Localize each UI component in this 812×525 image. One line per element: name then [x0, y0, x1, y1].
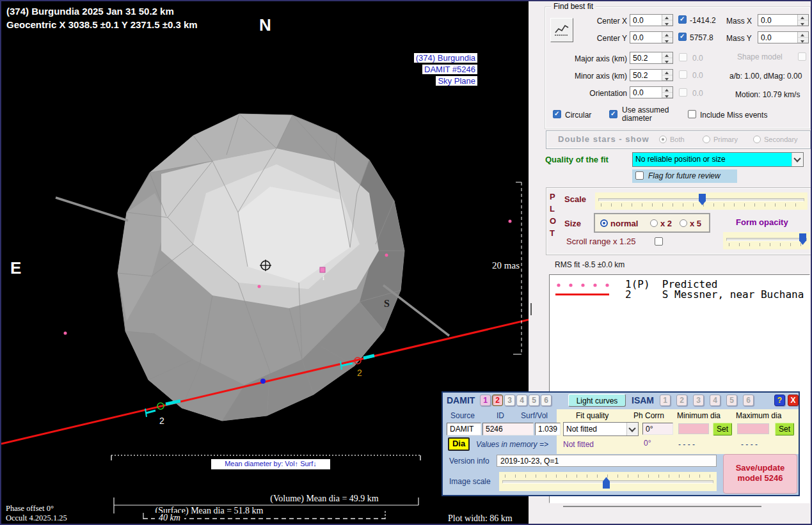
minor-axis-value: 50.2: [630, 70, 662, 81]
damit-panel: DAMIT 1 2 3 4 5 6 Light curves ISAM 1 2 …: [442, 391, 800, 496]
mass-y-label: Mass Y: [726, 34, 752, 43]
find-best-fit-title: Find best fit: [551, 2, 596, 11]
x-offset-checkbox[interactable]: [678, 15, 687, 24]
bottom-scrollbar[interactable]: [563, 506, 761, 507]
mean-diameter-by-label[interactable]: Mean diameter by: Vol↑ Surf↓: [211, 458, 331, 470]
fit-quality-value: Not fitted: [564, 423, 626, 435]
max-dia-set-button[interactable]: Set: [775, 423, 794, 435]
scale-slider[interactable]: [595, 192, 808, 210]
fit-chart-icon: [553, 20, 571, 38]
splitter-handle[interactable]: [530, 303, 532, 315]
mass-x-spinner[interactable]: 0.0: [758, 14, 809, 26]
center-x-spinner[interactable]: 0.0: [630, 14, 673, 26]
y-offset-checkbox[interactable]: [678, 33, 687, 41]
id-cell[interactable]: 5246: [482, 423, 534, 435]
quality-combo-arrow-icon[interactable]: [792, 153, 803, 166]
max-dia-swatch: [737, 423, 769, 434]
flag-review-checkbox[interactable]: [635, 171, 644, 180]
min-dia-set-button[interactable]: Set: [713, 423, 732, 435]
blue-dot-marker: [260, 379, 266, 384]
quality-combo[interactable]: No reliable position or size: [632, 152, 804, 167]
shape-model-label: Shape model: [737, 52, 783, 61]
version-info-field[interactable]: 2019-10-23, Q=1: [497, 455, 717, 467]
surfvol-header: Surf/Vol: [521, 411, 548, 420]
close-button[interactable]: X: [788, 395, 799, 406]
orientation-spinner[interactable]: 0.0: [630, 86, 673, 98]
size-x5-label: x 5: [690, 219, 701, 228]
app-version-label: Occult 4.2025.1.25: [6, 513, 67, 523]
scale-label: Scale: [564, 194, 586, 204]
ph-corrn-header: Ph Corrn: [633, 411, 664, 420]
center-x-value: 0.0: [630, 15, 662, 26]
minor-axis-arrows[interactable]: [662, 70, 673, 81]
help-button[interactable]: ?: [774, 395, 785, 406]
minor-axis-err-checkbox: [679, 70, 687, 79]
center-y-arrows[interactable]: [662, 32, 673, 43]
quality-label: Quality of the fit: [545, 155, 609, 164]
orientation-value: 0.0: [630, 87, 662, 98]
major-axis-spinner[interactable]: 50.2: [630, 52, 673, 64]
memory-max-value: - - - -: [741, 440, 758, 449]
double-stars-title: Double stars - show: [558, 134, 649, 144]
damit-title: DAMIT: [447, 395, 475, 405]
mass-y-spinner[interactable]: 0.0: [758, 31, 809, 43]
mas-scale-label: 20 mas: [489, 260, 520, 271]
light-curves-button[interactable]: Light curves: [568, 394, 626, 407]
major-axis-arrows[interactable]: [662, 52, 673, 63]
values-in-memory-label: Values in memory =>: [476, 440, 548, 449]
size-x2-radio[interactable]: [650, 219, 658, 227]
double-stars-secondary-radio: [753, 136, 761, 143]
damit-tab-5: 5: [529, 395, 539, 406]
isam-title: ISAM: [632, 395, 654, 405]
plot-width-label: Plot width: 86 km: [448, 513, 513, 524]
isam-tab-6: 6: [743, 395, 754, 406]
ph-corrn-cell[interactable]: 0°: [642, 423, 673, 435]
size-normal-radio[interactable]: [600, 219, 608, 227]
scroll-range-checkbox[interactable]: [655, 237, 663, 246]
size-x2-label: x 2: [660, 219, 672, 228]
form-opacity-slider[interactable]: [723, 232, 810, 249]
damit-tab-1[interactable]: 1: [480, 395, 491, 406]
include-miss-label: Include Miss events: [700, 111, 767, 120]
save-update-line2: model 5246: [724, 473, 797, 483]
isam-tab-3: 3: [693, 395, 704, 406]
minor-axis-spinner[interactable]: 50.2: [630, 69, 673, 81]
damit-tab-6: 6: [541, 395, 552, 406]
center-y-spinner[interactable]: 0.0: [630, 31, 673, 43]
fit-quality-combo-arrow-icon[interactable]: [626, 423, 638, 435]
plot-vertical-label: P L O T: [550, 192, 556, 238]
center-x-arrows[interactable]: [662, 15, 673, 26]
run-fit-button[interactable]: [550, 18, 573, 42]
isam-tab-5: 5: [726, 395, 737, 406]
occult-window: 2 2 S i (374) Burgundia 2025 Jan 31 50.2…: [0, 0, 812, 525]
major-axis-value: 50.2: [630, 52, 662, 63]
surfvol-cell: 1.039: [535, 423, 561, 435]
plot-letter-o: O: [550, 216, 556, 226]
image-scale-slider-thumb[interactable]: [603, 477, 610, 489]
shape-model-checkbox: [798, 52, 806, 61]
ab-dmag-label: a/b: 1.00, dMag: 0.00: [729, 72, 802, 81]
surface-mean-dia-label: (Surface) Mean dia = 51.8 km: [100, 506, 318, 516]
legend-row-chord2: 2 S Messner, near Buchana: [625, 288, 804, 301]
mass-x-arrows[interactable]: [797, 15, 808, 26]
dia-button[interactable]: Dia: [448, 437, 470, 451]
save-update-model-button[interactable]: Save/update model 5246: [723, 454, 797, 494]
major-axis-err-checkbox: [679, 53, 687, 61]
source-cell: DAMIT: [447, 423, 481, 435]
save-update-line1: Save/update: [724, 463, 797, 473]
overlay-line2: DAMIT #5246: [422, 65, 477, 74]
image-scale-slider[interactable]: [499, 472, 717, 491]
size-label: Size: [564, 219, 581, 228]
isam-tab-4: 4: [710, 395, 720, 406]
fit-quality-combo[interactable]: Not fitted: [563, 422, 639, 436]
damit-tab-2[interactable]: 2: [492, 395, 503, 406]
include-miss-checkbox[interactable]: [688, 110, 696, 118]
mass-y-arrows[interactable]: [797, 32, 808, 43]
plot-letter-t: T: [550, 228, 556, 238]
circular-checkbox[interactable]: [553, 110, 561, 118]
version-info-label: Version info: [449, 457, 490, 466]
north-label: N: [259, 15, 271, 35]
use-assumed-checkbox[interactable]: [609, 110, 617, 118]
size-x5-radio[interactable]: [680, 219, 687, 227]
orientation-arrows[interactable]: [662, 87, 673, 98]
